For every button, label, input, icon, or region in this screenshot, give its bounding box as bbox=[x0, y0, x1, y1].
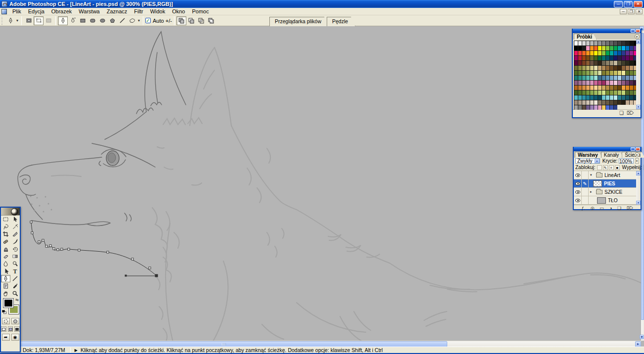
swap-colors-icon[interactable]: ⇆ bbox=[15, 298, 19, 302]
swatch[interactable] bbox=[605, 80, 609, 85]
swatches-scrollbar[interactable]: ▴ ▾ bbox=[636, 40, 641, 109]
swatch[interactable] bbox=[582, 45, 586, 50]
swatch[interactable] bbox=[601, 55, 605, 60]
layer-content[interactable]: PIES bbox=[589, 179, 641, 187]
swatch[interactable] bbox=[574, 70, 578, 75]
swatch[interactable] bbox=[609, 70, 613, 75]
swatch[interactable] bbox=[578, 85, 582, 90]
swatch[interactable] bbox=[598, 100, 601, 105]
swatch[interactable] bbox=[590, 55, 594, 60]
swatch[interactable] bbox=[625, 45, 629, 50]
swatch[interactable] bbox=[574, 60, 578, 65]
swatch[interactable] bbox=[613, 105, 617, 110]
swatch[interactable] bbox=[617, 95, 621, 100]
swatch[interactable] bbox=[605, 60, 609, 65]
swatch[interactable] bbox=[582, 100, 586, 105]
menu-filtr[interactable]: Filtr bbox=[130, 8, 146, 15]
swatch[interactable] bbox=[601, 85, 605, 90]
opacity-input[interactable]: 100% bbox=[619, 158, 634, 164]
swatch[interactable] bbox=[598, 75, 601, 80]
custom-shape-arrow-icon[interactable]: ▾ bbox=[137, 18, 141, 23]
menu-warstwa[interactable]: Warstwa bbox=[75, 8, 103, 15]
swatch[interactable] bbox=[574, 45, 578, 50]
swatch[interactable] bbox=[629, 45, 633, 50]
swatch[interactable] bbox=[629, 75, 633, 80]
swatch[interactable] bbox=[601, 65, 605, 70]
swatch[interactable] bbox=[629, 70, 633, 75]
swatch[interactable] bbox=[617, 60, 621, 65]
clone-stamp-tool[interactable] bbox=[1, 245, 10, 253]
standard-screen-button[interactable] bbox=[1, 326, 6, 332]
swatch[interactable] bbox=[586, 90, 590, 95]
swatch[interactable] bbox=[586, 80, 590, 85]
swatch[interactable] bbox=[621, 90, 625, 95]
swatch[interactable] bbox=[590, 95, 594, 100]
shape-layers-button[interactable] bbox=[24, 16, 34, 25]
layer-mask-icon[interactable]: ◎ bbox=[591, 206, 595, 211]
swatch[interactable] bbox=[609, 105, 613, 110]
line-tool[interactable] bbox=[10, 275, 20, 282]
lasso-tool[interactable] bbox=[1, 223, 10, 230]
swatch[interactable] bbox=[574, 95, 578, 100]
layers-close-button[interactable] bbox=[636, 147, 640, 151]
swatch[interactable] bbox=[601, 95, 605, 100]
standard-mode-button[interactable] bbox=[2, 318, 10, 324]
gradient-tool[interactable] bbox=[10, 253, 20, 260]
swatch[interactable] bbox=[586, 60, 590, 65]
swatch[interactable] bbox=[617, 80, 621, 85]
freeform-pen-option[interactable] bbox=[68, 16, 78, 25]
eraser-tool[interactable] bbox=[1, 253, 10, 260]
toolbox-banner[interactable] bbox=[1, 208, 20, 216]
magic-wand-tool[interactable] bbox=[10, 223, 20, 230]
options-grip[interactable] bbox=[1, 16, 4, 25]
swatch[interactable] bbox=[590, 80, 594, 85]
swatch[interactable] bbox=[621, 50, 625, 55]
swatch[interactable] bbox=[598, 41, 601, 45]
swatch[interactable] bbox=[629, 65, 633, 70]
swatch[interactable] bbox=[590, 45, 594, 50]
swatch[interactable] bbox=[574, 90, 578, 95]
swatch[interactable] bbox=[574, 75, 578, 80]
healing-brush-tool[interactable] bbox=[1, 238, 10, 245]
swatches-menu-icon[interactable]: ▸ bbox=[635, 34, 640, 39]
path-selection-tool[interactable] bbox=[1, 267, 10, 275]
blur-tool[interactable] bbox=[1, 260, 10, 267]
tab-swatches[interactable]: Próbki bbox=[574, 34, 597, 40]
swatch[interactable] bbox=[609, 80, 613, 85]
swatch[interactable] bbox=[582, 80, 586, 85]
zoom-tool[interactable] bbox=[10, 290, 20, 297]
swatch[interactable] bbox=[598, 70, 601, 75]
swatch[interactable] bbox=[586, 105, 590, 110]
swatch[interactable] bbox=[617, 70, 621, 75]
swatch[interactable] bbox=[613, 60, 617, 65]
swatch[interactable] bbox=[625, 50, 629, 55]
swatch[interactable] bbox=[582, 95, 586, 100]
swatch[interactable] bbox=[625, 95, 629, 100]
swatch[interactable] bbox=[582, 41, 586, 45]
swatch[interactable] bbox=[594, 95, 598, 100]
lock-all-icon[interactable]: ■ bbox=[615, 165, 620, 170]
swatch[interactable] bbox=[605, 75, 609, 80]
quick-mask-mode-button[interactable] bbox=[11, 318, 19, 324]
swatch[interactable] bbox=[605, 90, 609, 95]
swatch[interactable] bbox=[625, 55, 629, 60]
swatch[interactable] bbox=[578, 70, 582, 75]
swatch[interactable] bbox=[601, 80, 605, 85]
swatch[interactable] bbox=[625, 65, 629, 70]
chevron-down-icon[interactable]: ▾ bbox=[590, 173, 594, 177]
swatch[interactable] bbox=[609, 95, 613, 100]
swatch[interactable] bbox=[598, 95, 601, 100]
swatch[interactable] bbox=[601, 50, 605, 55]
tool-preset-picker[interactable] bbox=[5, 16, 15, 25]
layer-thumbnail[interactable] bbox=[597, 197, 606, 204]
swatch[interactable] bbox=[621, 45, 625, 50]
indicator-cell[interactable] bbox=[582, 196, 589, 204]
restore-button[interactable]: ❐ bbox=[624, 1, 633, 7]
swatch[interactable] bbox=[601, 90, 605, 95]
swatch[interactable] bbox=[605, 65, 609, 70]
new-swatch-icon[interactable]: ❏ bbox=[619, 110, 624, 116]
swatch[interactable] bbox=[605, 85, 609, 90]
swatch[interactable] bbox=[574, 55, 578, 60]
move-tool[interactable] bbox=[10, 216, 20, 223]
swatch[interactable] bbox=[574, 105, 578, 110]
